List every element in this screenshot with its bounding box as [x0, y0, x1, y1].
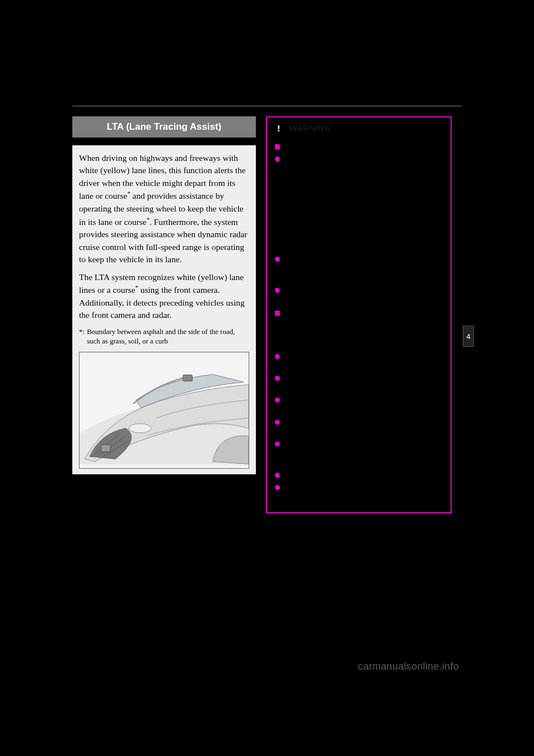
warning-icon	[273, 122, 285, 133]
svg-rect-5	[101, 444, 111, 451]
warning-bullet: Vehicle is driven where the road diverge…	[275, 470, 444, 480]
warning-heading-2-body: In the following situations, use the LTA…	[284, 321, 444, 350]
warning-heading-2: Situations unsuitable for LTA system In …	[275, 308, 444, 350]
warning-body: Before using LTA system Do not rely sole…	[267, 136, 451, 505]
warning-bullet: A spare tire, tire chains, etc. are equi…	[275, 352, 444, 371]
dot-bullet-icon	[275, 354, 280, 359]
dot-bullet-icon	[275, 156, 280, 161]
warning-bullet-text: Do not rely solely upon the LTA system. …	[284, 154, 444, 252]
dot-bullet-icon	[275, 420, 280, 425]
footnote-mark: *:	[79, 327, 85, 346]
left-column: LTA (Lane Tracing Assist) When driving o…	[72, 116, 256, 474]
warning-bullet-text: Vehicle is driven in a temporary lane or…	[284, 483, 444, 502]
warning-heading-1: Before using LTA system	[275, 142, 444, 152]
warning-heading-1-text: Before using LTA system	[284, 142, 366, 152]
dot-bullet-icon	[275, 473, 280, 478]
warning-header: WARNING	[267, 117, 451, 136]
intro-box: When driving on highways and freeways wi…	[72, 145, 256, 474]
square-bullet-icon	[275, 311, 280, 316]
footnote: *: Boundary between asphalt and the side…	[79, 327, 249, 346]
svg-rect-9	[278, 130, 280, 132]
vehicle-illustration	[79, 352, 249, 469]
dot-bullet-icon	[275, 376, 280, 381]
warning-bullet-text: A spare tire, tire chains, etc. are equi…	[284, 352, 444, 371]
warning-bullet: When the tires have been replaced with t…	[275, 374, 444, 393]
warning-bullet: Failure to perform appropriate driving o…	[275, 254, 444, 284]
dot-bullet-icon	[275, 397, 280, 402]
warning-box: WARNING Before using LTA system Do not r…	[266, 116, 452, 513]
intro-paragraph-1: When driving on highways and freeways wi…	[79, 152, 249, 266]
svg-point-6	[128, 424, 151, 433]
warning-bullet-text: Vehicle is driven on a road surface that…	[284, 418, 444, 437]
right-column: WARNING Before using LTA system Do not r…	[266, 116, 452, 513]
section-title: LTA (Lane Tracing Assist)	[72, 116, 256, 138]
warning-label: WARNING	[289, 123, 331, 132]
dot-bullet-icon	[275, 257, 280, 262]
warning-bullet-text: When the tires have been replaced with t…	[284, 374, 444, 393]
warning-heading-2-text: Situations unsuitable for LTA system	[284, 308, 444, 318]
warning-bullet: Do not rely solely upon the LTA system. …	[275, 154, 444, 252]
top-rule	[72, 106, 462, 106]
footer-url: carmanualsonline.info	[358, 661, 459, 672]
warning-bullet: Vehicles with Lexus parking assist-senso…	[275, 286, 444, 305]
warning-bullet-text: When the tires are excessively worn, or …	[284, 395, 444, 415]
warning-bullet: Vehicle is driven in a temporary lane or…	[275, 483, 444, 502]
warning-bullet-text: Vehicles with Lexus parking assist-senso…	[284, 286, 444, 305]
warning-bullet: Vehicle is driven on a road surface that…	[275, 418, 444, 437]
warning-bullet: When the tires are excessively worn, or …	[275, 395, 444, 415]
dot-bullet-icon	[275, 485, 280, 490]
two-column-layout: LTA (Lane Tracing Assist) When driving o…	[72, 116, 462, 513]
warning-bullet-text: Failure to perform appropriate driving o…	[284, 254, 444, 284]
footnote-text: Boundary between asphalt and the side of…	[87, 327, 249, 346]
warning-bullet: Vehicle is driven on a road section with…	[275, 439, 444, 469]
warning-bullet-text: Vehicle is driven where the road diverge…	[284, 470, 442, 480]
svg-rect-8	[278, 125, 280, 129]
warning-bullet-text: Vehicle is driven on a road section with…	[284, 439, 444, 469]
intro-paragraph-2: The LTA system recognizes white (yellow)…	[79, 271, 249, 322]
dot-bullet-icon	[275, 288, 280, 293]
manual-page: LTA (Lane Tracing Assist) When driving o…	[72, 106, 462, 513]
square-bullet-icon	[275, 144, 280, 149]
dot-bullet-icon	[275, 441, 280, 446]
chapter-tab: 4	[463, 326, 474, 347]
svg-rect-4	[183, 375, 192, 381]
